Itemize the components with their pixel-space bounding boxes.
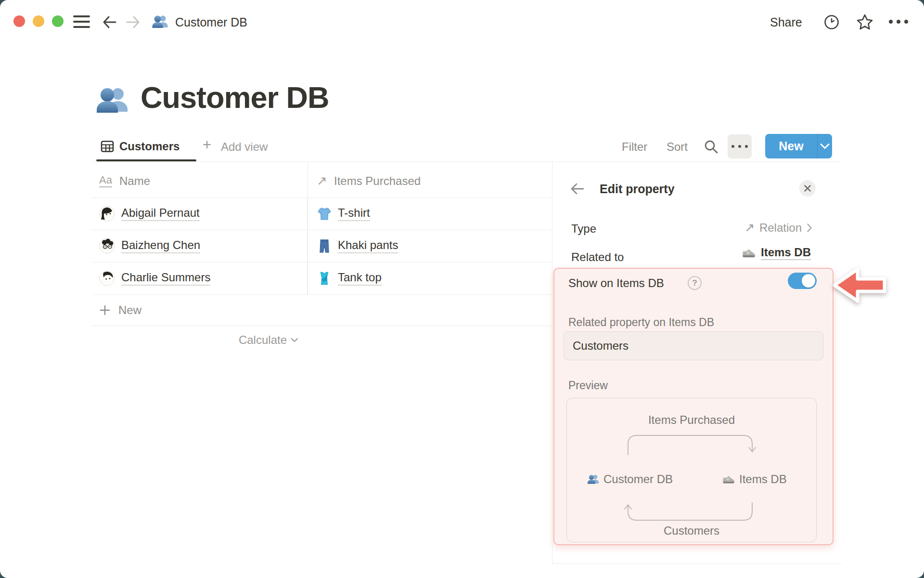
preview-bottom-arrow-label: Customers xyxy=(566,524,817,538)
add-view-button[interactable]: Add view xyxy=(221,140,268,154)
chevron-down-icon xyxy=(820,143,830,149)
page-icon-people[interactable] xyxy=(95,83,130,118)
people-icon xyxy=(587,473,600,486)
panel-bottom-rule xyxy=(552,564,841,564)
help-icon[interactable]: ? xyxy=(688,276,702,290)
related-property-input[interactable] xyxy=(564,331,823,360)
related-to-label: Related to xyxy=(571,250,624,264)
row-name[interactable]: Baizheng Chen xyxy=(121,238,200,253)
related-property-label: Related property on Items DB xyxy=(568,316,714,329)
related-to-value: Items DB xyxy=(761,246,811,260)
row-item[interactable]: T-shirt xyxy=(338,206,370,221)
row-name[interactable]: Abigail Pernaut xyxy=(121,206,200,221)
close-icon xyxy=(804,184,811,192)
view-options-button[interactable] xyxy=(728,134,752,158)
annotation-arrow-left-icon xyxy=(831,265,889,305)
show-on-toggle[interactable] xyxy=(788,273,817,289)
name-cell[interactable]: Charlie Summers xyxy=(92,262,308,294)
updates-clock-icon[interactable] xyxy=(823,13,840,31)
plus-icon xyxy=(99,304,111,316)
avatar xyxy=(99,270,115,286)
panel-divider xyxy=(552,162,552,564)
panel-close-button[interactable] xyxy=(799,180,816,197)
row-name[interactable]: Charlie Summers xyxy=(121,271,210,286)
sneaker-icon xyxy=(741,247,757,259)
back-arrow-icon[interactable] xyxy=(102,15,117,29)
preview-right-node: Items DB xyxy=(739,473,787,486)
item-cell[interactable]: Tank top xyxy=(308,262,552,294)
page-title[interactable]: Customer DB xyxy=(141,80,329,115)
column-header-items-purchased[interactable]: Items Purchased xyxy=(334,174,421,188)
tank-top-icon xyxy=(317,271,332,286)
type-value-row[interactable]: ↗ Relation xyxy=(674,221,812,235)
item-cell[interactable]: Khaki pants xyxy=(308,230,552,262)
table-row: Abigail Pernaut T-shirt xyxy=(92,197,552,230)
sidebar-menu-icon[interactable] xyxy=(73,15,90,28)
preview-left-node: Customer DB xyxy=(603,473,673,486)
chevron-down-icon xyxy=(291,338,298,342)
preview-label: Preview xyxy=(568,379,608,392)
chevron-right-icon xyxy=(807,223,812,233)
panel-back-icon[interactable] xyxy=(570,183,585,195)
new-button[interactable]: New xyxy=(765,134,832,158)
new-button-label[interactable]: New xyxy=(765,134,817,158)
row-item[interactable]: Khaki pants xyxy=(338,238,398,253)
filter-button[interactable]: Filter xyxy=(622,140,647,154)
notion-window: Customer DB Share Customer DB Customers … xyxy=(0,0,924,578)
add-view-plus-icon[interactable]: + xyxy=(203,136,211,154)
new-button-dropdown[interactable] xyxy=(818,134,832,158)
calculate-label: Calculate xyxy=(239,333,287,347)
table-view-icon xyxy=(100,139,115,154)
table-row: Charlie Summers Tank top xyxy=(92,262,552,295)
name-cell[interactable]: Baizheng Chen xyxy=(92,230,308,262)
title-property-icon: Aa xyxy=(99,174,112,187)
share-button[interactable]: Share xyxy=(770,15,802,29)
related-to-value-row[interactable]: Items DB xyxy=(674,246,811,260)
favorite-star-icon[interactable] xyxy=(856,13,874,31)
avatar xyxy=(99,238,115,254)
sort-button[interactable]: Sort xyxy=(667,140,688,154)
window-minimize-light[interactable] xyxy=(33,15,44,27)
search-icon[interactable] xyxy=(704,139,719,155)
more-options-icon[interactable] xyxy=(888,19,910,24)
type-label: Type xyxy=(571,222,596,236)
preview-relation-arrows xyxy=(566,398,817,542)
forward-arrow-icon[interactable] xyxy=(125,15,141,29)
row-item[interactable]: Tank top xyxy=(338,271,382,286)
sneaker-icon xyxy=(722,474,735,485)
window-zoom-light[interactable] xyxy=(52,15,64,27)
relation-icon: ↗ xyxy=(744,221,755,235)
type-value: Relation xyxy=(759,221,802,235)
new-row-button[interactable]: New xyxy=(92,294,552,326)
item-cell[interactable]: T-shirt xyxy=(308,197,552,230)
window-close-light[interactable] xyxy=(13,15,25,27)
column-header-name[interactable]: Name xyxy=(119,174,150,188)
relation-icon: ↗ xyxy=(317,173,327,188)
people-icon xyxy=(152,13,169,30)
pants-icon xyxy=(317,239,332,253)
calculate-button[interactable]: Calculate xyxy=(92,326,298,354)
tshirt-icon xyxy=(317,207,332,221)
panel-title: Edit property xyxy=(600,182,675,196)
table-row: Baizheng Chen Khaki pants xyxy=(92,230,552,263)
new-row-label: New xyxy=(118,303,141,317)
name-cell[interactable]: Abigail Pernaut xyxy=(92,197,308,230)
avatar xyxy=(99,206,115,222)
tab-customers[interactable]: Customers xyxy=(119,140,180,153)
viewbar-rule xyxy=(92,161,841,162)
breadcrumb-title[interactable]: Customer DB xyxy=(175,15,247,29)
show-on-label: Show on Items DB xyxy=(568,276,664,290)
toggle-knob xyxy=(802,274,815,288)
